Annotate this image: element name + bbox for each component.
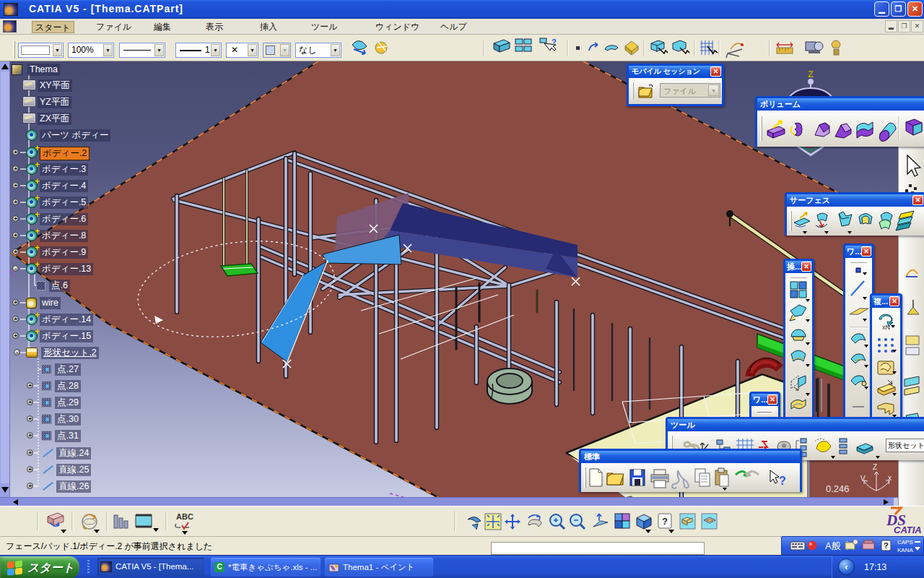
svg-text:x: x — [888, 474, 892, 482]
svg-text:?: ? — [662, 516, 668, 527]
svg-text:0.246: 0.246 — [826, 483, 850, 494]
svg-text:CATIA: CATIA — [894, 525, 922, 535]
svg-text:?: ? — [779, 475, 786, 487]
svg-text:Z: Z — [808, 69, 814, 79]
svg-text:ABC: ABC — [176, 512, 193, 521]
svg-text:CAPS: CAPS — [897, 539, 913, 545]
svg-text:?: ? — [884, 541, 889, 550]
svg-text:Z: Z — [873, 463, 877, 471]
svg-text:?: ? — [552, 38, 557, 46]
svg-text:xN: xN — [882, 324, 890, 331]
svg-text:A般: A般 — [825, 540, 841, 551]
svg-text:KANA: KANA — [897, 547, 913, 553]
svg-text:V: V — [860, 475, 866, 483]
